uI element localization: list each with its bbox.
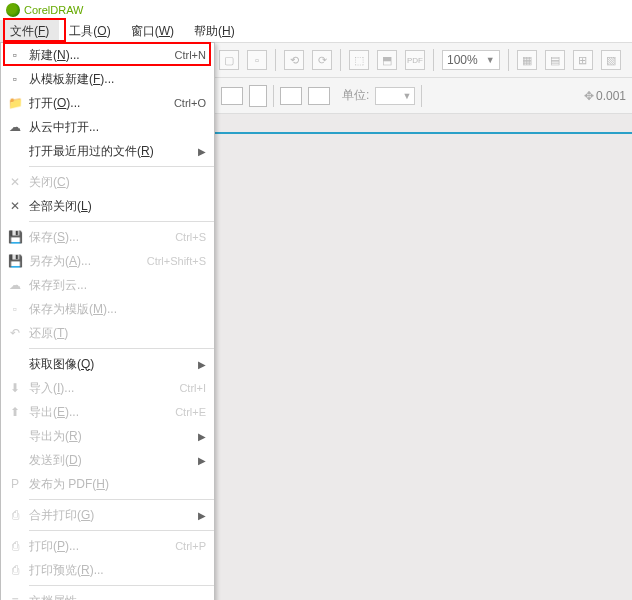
page-btn-1[interactable] xyxy=(280,87,302,105)
menuitem-label: 合并打印(G) xyxy=(29,507,194,524)
merge-menuitem: ⎙合并打印(G)▶ xyxy=(1,503,214,527)
tb-btn-9[interactable]: ⊞ xyxy=(573,50,593,70)
menu-separator xyxy=(29,221,214,222)
canvas-area[interactable] xyxy=(215,114,632,600)
menuitem-label: 导出(E)... xyxy=(29,404,175,421)
menuitem-label: 还原(T) xyxy=(29,325,206,342)
submenu-arrow-icon: ▶ xyxy=(198,146,206,157)
submenu-arrow-icon: ▶ xyxy=(198,359,206,370)
new-menuitem[interactable]: ▫新建(N)...Ctrl+N xyxy=(1,43,214,67)
saveas-menuitem: 💾另存为(A)...Ctrl+Shift+S xyxy=(1,249,214,273)
save-menuitem: 💾保存(S)...Ctrl+S xyxy=(1,225,214,249)
shortcut-label: Ctrl+I xyxy=(179,382,206,394)
orient-portrait[interactable] xyxy=(221,87,243,105)
cloud-open-icon: ☁ xyxy=(1,120,29,134)
units-label: 单位: xyxy=(342,87,369,104)
revert-icon: ↶ xyxy=(1,326,29,340)
menuitem-label: 打印(P)... xyxy=(29,538,175,555)
menuitem-label: 从云中打开... xyxy=(29,119,206,136)
shortcut-label: Ctrl+Shift+S xyxy=(147,255,206,267)
file-menu-dropdown: ▫新建(N)...Ctrl+N▫从模板新建(F)...📁打开(O)...Ctrl… xyxy=(0,42,215,600)
export-menuitem: ⬆导出(E)...Ctrl+E xyxy=(1,400,214,424)
tb-btn-7[interactable]: ▦ xyxy=(517,50,537,70)
tb-btn-8[interactable]: ▤ xyxy=(545,50,565,70)
savetpl-icon: ▫ xyxy=(1,302,29,316)
savecloud-icon: ☁ xyxy=(1,278,29,292)
open-menuitem[interactable]: 📁打开(O)...Ctrl+O xyxy=(1,91,214,115)
menuitem-label: 新建(N)... xyxy=(29,47,175,64)
menu-o[interactable]: 工具(O) xyxy=(59,20,120,43)
zoom-combo[interactable]: 100% ▼ xyxy=(442,50,500,70)
close-all-menuitem[interactable]: ✕全部关闭(L) xyxy=(1,194,214,218)
submenu-arrow-icon: ▶ xyxy=(198,510,206,521)
print-menuitem: ⎙打印(P)...Ctrl+P xyxy=(1,534,214,558)
menuitem-label: 保存(S)... xyxy=(29,229,175,246)
menuitem-label: 另存为(A)... xyxy=(29,253,147,270)
tb-sep xyxy=(433,49,434,71)
tb-btn-pdf[interactable]: PDF xyxy=(405,50,425,70)
acquire-menuitem[interactable]: 获取图像(Q)▶ xyxy=(1,352,214,376)
menuitem-label: 发布为 PDF(H) xyxy=(29,476,206,493)
tb-sep xyxy=(273,85,274,107)
toolbar-main: ▢ ▫ ⟲ ⟳ ⬚ ⬒ PDF 100% ▼ ▦ ▤ ⊞ ▧ xyxy=(215,42,632,78)
orient-landscape[interactable] xyxy=(249,85,267,107)
app-title: CorelDRAW xyxy=(24,4,84,16)
close-all-icon: ✕ xyxy=(1,199,29,213)
menuitem-label: 导出为(R) xyxy=(29,428,194,445)
open-icon: 📁 xyxy=(1,96,29,110)
sendto-menuitem: 发送到(D)▶ xyxy=(1,448,214,472)
pdf-menuitem: P发布为 PDF(H) xyxy=(1,472,214,496)
savetpl-menuitem: ▫保存为模版(M)... xyxy=(1,297,214,321)
menuitem-label: 打印预览(R)... xyxy=(29,562,206,579)
new-icon: ▫ xyxy=(1,48,29,62)
menuitem-label: 获取图像(Q) xyxy=(29,356,194,373)
submenu-arrow-icon: ▶ xyxy=(198,455,206,466)
menu-w[interactable]: 窗口(W) xyxy=(121,20,184,43)
nudge-value: 0.001 xyxy=(596,89,626,103)
savecloud-menuitem: ☁保存到云... xyxy=(1,273,214,297)
docprops-menuitem: ≡文档属性... xyxy=(1,589,214,600)
preview-icon: ⎙ xyxy=(1,563,29,577)
recent-menuitem[interactable]: 打开最近用过的文件(R)▶ xyxy=(1,139,214,163)
menuitem-label: 发送到(D) xyxy=(29,452,194,469)
toolbar-properties: 单位: ▼ ✥ 0.001 xyxy=(215,78,632,114)
guide-line xyxy=(215,132,632,134)
shortcut-label: Ctrl+O xyxy=(174,97,206,109)
export-icon: ⬆ xyxy=(1,405,29,419)
page-btn-2[interactable] xyxy=(308,87,330,105)
menuitem-label: 导入(I)... xyxy=(29,380,179,397)
tb-btn-4[interactable]: ⟳ xyxy=(312,50,332,70)
zoom-value: 100% xyxy=(447,53,478,67)
menu-f[interactable]: 文件(F) xyxy=(0,20,59,43)
saveas-icon: 💾 xyxy=(1,254,29,268)
menu-separator xyxy=(29,585,214,586)
app-logo xyxy=(6,3,20,17)
template-menuitem[interactable]: ▫从模板新建(F)... xyxy=(1,67,214,91)
menu-separator xyxy=(29,530,214,531)
menu-h[interactable]: 帮助(H) xyxy=(184,20,245,43)
tb-btn-3[interactable]: ⟲ xyxy=(284,50,304,70)
close-menuitem: ✕关闭(C) xyxy=(1,170,214,194)
nudge-control[interactable]: ✥ 0.001 xyxy=(584,89,626,103)
preview-menuitem: ⎙打印预览(R)... xyxy=(1,558,214,582)
docprops-icon: ≡ xyxy=(1,594,29,600)
tb-btn-6[interactable]: ⬒ xyxy=(377,50,397,70)
tb-btn-1[interactable]: ▢ xyxy=(219,50,239,70)
menuitem-label: 从模板新建(F)... xyxy=(29,71,206,88)
template-icon: ▫ xyxy=(1,72,29,86)
menuitem-label: 保存到云... xyxy=(29,277,206,294)
tb-sep xyxy=(340,49,341,71)
import-icon: ⬇ xyxy=(1,381,29,395)
tb-btn-2[interactable]: ▫ xyxy=(247,50,267,70)
shortcut-label: Ctrl+S xyxy=(175,231,206,243)
cloud-open-menuitem[interactable]: ☁从云中打开... xyxy=(1,115,214,139)
revert-menuitem: ↶还原(T) xyxy=(1,321,214,345)
menuitem-label: 打开(O)... xyxy=(29,95,174,112)
import-menuitem: ⬇导入(I)...Ctrl+I xyxy=(1,376,214,400)
tb-btn-5[interactable]: ⬚ xyxy=(349,50,369,70)
exportfor-menuitem: 导出为(R)▶ xyxy=(1,424,214,448)
tb-sep xyxy=(508,49,509,71)
tb-btn-10[interactable]: ▧ xyxy=(601,50,621,70)
menuitem-label: 文档属性... xyxy=(29,593,206,601)
units-dropdown[interactable]: ▼ xyxy=(375,87,415,105)
